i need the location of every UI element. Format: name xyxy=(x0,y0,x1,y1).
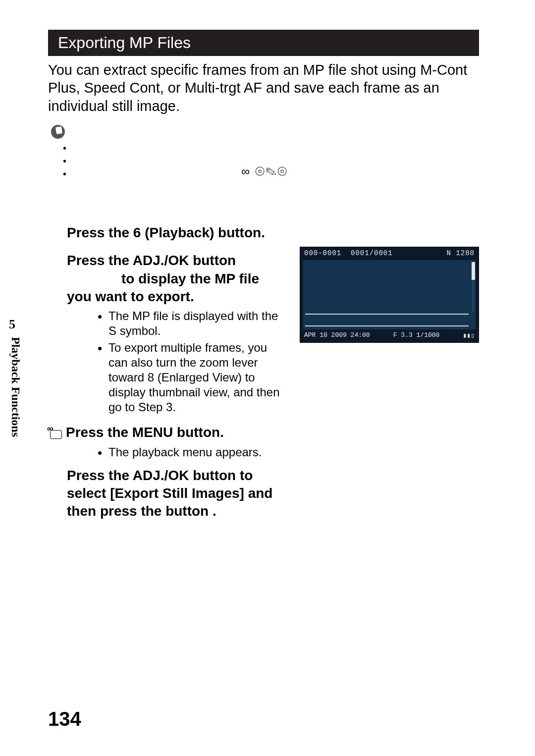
lcd-date: APR 10 2009 24:00 xyxy=(304,331,370,339)
lcd-timeline-strip xyxy=(305,314,469,326)
section-heading: Exporting MP Files xyxy=(48,30,479,56)
step-4-title: Press the ADJ./OK button to select [Expo… xyxy=(67,467,479,521)
step-3-title: Press the MENU button. xyxy=(48,424,479,441)
chapter-number: 5 xyxy=(9,317,15,332)
lcd-exposure: F 3.3 1/1000 xyxy=(393,331,440,339)
lcd-scroll-thumb xyxy=(472,262,475,280)
steps-block: Press the 6 (Playback) button. Press the… xyxy=(48,224,479,521)
lcd-image-area xyxy=(303,260,476,329)
step-3-bullets: The playback menu appears. xyxy=(80,445,288,460)
page-number: 134 xyxy=(48,708,81,730)
lcd-mode: N 1280 xyxy=(447,249,475,257)
lcd-frame: 0001/0001 xyxy=(351,249,393,257)
text: Press the ADJ./OK button xyxy=(67,253,236,268)
step-2-bullets: The MP file is displayed with the S symb… xyxy=(80,309,288,415)
text: select [Export Still Images] and xyxy=(67,486,272,501)
playback-glyph: 6 xyxy=(133,225,141,240)
text: to display the MP file xyxy=(67,271,259,286)
camera-lcd-preview: 000-0001 0001/0001 N 1280 APR 10 2009 24… xyxy=(300,247,479,343)
text: you want to export. xyxy=(67,289,194,304)
step-2-row: Press the ADJ./OK button to display the … xyxy=(48,245,479,417)
list-item: The MP file is displayed with the S symb… xyxy=(108,309,288,338)
lcd-folder: 000-0001 xyxy=(304,249,341,257)
lcd-bottom-row: APR 10 2009 24:00 F 3.3 1/1000 ▮▮▯ xyxy=(300,329,479,342)
battery-icon: ▮▮▯ xyxy=(463,331,475,339)
lcd-folder-frame: 000-0001 0001/0001 xyxy=(304,249,393,257)
symbol-glyph-row: ∞ ⦾✎⦾ xyxy=(241,164,288,178)
text: Press the MENU button. xyxy=(66,425,224,440)
lcd-top-row: 000-0001 0001/0001 N 1280 xyxy=(300,247,479,259)
mp-file-icon xyxy=(48,427,63,439)
intro-paragraph: You can extract specific frames from an … xyxy=(48,61,479,115)
note-icon xyxy=(51,125,65,139)
page-content: Exporting MP Files You can extract speci… xyxy=(48,30,479,524)
step-1-title: Press the 6 (Playback) button. xyxy=(67,224,479,242)
list-item: To export multiple frames, you can also … xyxy=(108,340,288,415)
note-bullet xyxy=(63,142,479,155)
text: Press the xyxy=(67,225,133,240)
text: then press the button . xyxy=(67,503,216,519)
list-item: The playback menu appears. xyxy=(108,445,288,460)
text: Press the ADJ./OK button to xyxy=(67,468,253,483)
chapter-title: Playback Functions xyxy=(9,337,22,437)
step-2-title: Press the ADJ./OK button to display the … xyxy=(67,252,288,306)
text: (Playback) button. xyxy=(141,225,265,240)
note-block: ∞ ⦾✎⦾ xyxy=(48,125,479,194)
